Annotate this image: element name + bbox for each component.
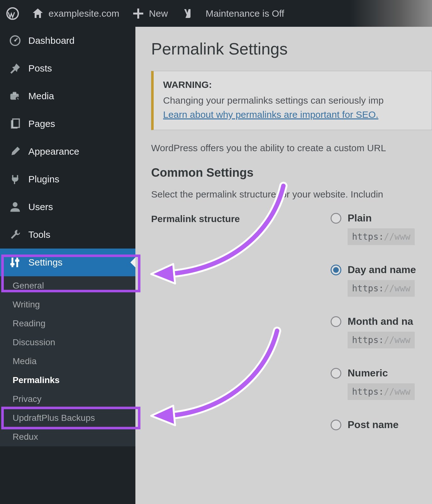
radio-month-name[interactable] — [331, 316, 341, 327]
wrench-icon — [8, 228, 22, 242]
home-icon — [31, 7, 44, 20]
option-plain[interactable]: Plain https://www — [331, 212, 432, 245]
option-day-name[interactable]: Day and name https://www — [331, 264, 432, 297]
url-day-name: https://www — [348, 280, 415, 297]
sidebar-item-settings[interactable]: Settings — [0, 249, 135, 276]
radio-plain[interactable] — [331, 213, 341, 224]
svg-point-10 — [13, 202, 17, 207]
new-label: New — [149, 8, 168, 19]
settings-submenu: General Writing Reading Discussion Media… — [0, 276, 135, 446]
option-month-name[interactable]: Month and na https://www — [331, 316, 432, 348]
warning-title: WARNING: — [163, 79, 422, 90]
sidebar-item-label: Plugins — [28, 174, 59, 185]
site-link[interactable]: examplesite.com — [31, 7, 119, 20]
sliders-icon — [8, 255, 22, 269]
submenu-media[interactable]: Media — [0, 352, 135, 371]
plus-icon — [132, 7, 145, 20]
url-month-name: https://www — [348, 332, 415, 348]
submenu-reading[interactable]: Reading — [0, 314, 135, 333]
sidebar-item-media[interactable]: Media — [0, 82, 135, 110]
structure-label: Permalink structure — [151, 212, 331, 224]
submenu-privacy[interactable]: Privacy — [0, 390, 135, 409]
sidebar-item-label: Posts — [28, 63, 52, 74]
sidebar-item-plugins[interactable]: Plugins — [0, 165, 135, 193]
sidebar-item-label: Appearance — [28, 146, 79, 157]
url-numeric: https://www — [348, 383, 415, 400]
sidebar-item-appearance[interactable]: Appearance — [0, 138, 135, 165]
pages-icon — [8, 117, 22, 131]
svg-rect-11 — [12, 258, 14, 267]
section-title: Common Settings — [151, 166, 432, 180]
option-numeric[interactable]: Numeric https://www — [331, 367, 432, 400]
camera-icon — [8, 89, 22, 103]
user-icon — [8, 200, 22, 214]
svg-rect-13 — [10, 263, 14, 266]
submenu-redux[interactable]: Redux — [0, 427, 135, 446]
sidebar-item-users[interactable]: Users — [0, 193, 135, 221]
svg-rect-14 — [15, 260, 19, 262]
structure-options: Plain https://www Day and name https://w… — [331, 212, 432, 450]
sidebar-item-label: Media — [28, 91, 54, 101]
submenu-general[interactable]: General — [0, 276, 135, 295]
sidebar-item-label: Dashboard — [28, 35, 75, 46]
svg-point-4 — [14, 40, 16, 42]
svg-rect-12 — [16, 258, 18, 267]
svg-rect-9 — [13, 119, 19, 128]
radio-post-name[interactable] — [331, 420, 341, 430]
sidebar-item-label: Settings — [28, 257, 62, 268]
yoast-item[interactable] — [180, 7, 193, 20]
option-post-name[interactable]: Post name — [331, 419, 432, 431]
sidebar-item-label: Users — [28, 202, 53, 212]
page-title: Permalink Settings — [151, 39, 432, 58]
wp-logo[interactable] — [6, 7, 19, 20]
plug-icon — [8, 172, 22, 186]
maintenance-label: Maintenance is Off — [206, 8, 284, 19]
svg-rect-2 — [133, 13, 143, 14]
yoast-icon — [180, 7, 193, 20]
submenu-discussion[interactable]: Discussion — [0, 333, 135, 352]
submenu-writing[interactable]: Writing — [0, 295, 135, 314]
warning-text: Changing your permalinks settings can se… — [163, 93, 422, 122]
brush-icon — [8, 145, 22, 158]
submenu-permalinks[interactable]: Permalinks — [0, 371, 135, 390]
new-content[interactable]: New — [132, 7, 168, 20]
warning-box: WARNING: Changing your permalinks settin… — [151, 71, 432, 130]
dashboard-icon — [8, 34, 22, 48]
url-plain: https://www — [348, 228, 415, 245]
sidebar-item-dashboard[interactable]: Dashboard — [0, 27, 135, 54]
sidebar-item-tools[interactable]: Tools — [0, 221, 135, 249]
radio-day-name[interactable] — [331, 265, 341, 275]
sidebar-item-posts[interactable]: Posts — [0, 54, 135, 82]
radio-numeric[interactable] — [331, 368, 341, 379]
sidebar-item-label: Tools — [28, 229, 50, 240]
permalink-structure-row: Permalink structure Plain https://www Da… — [151, 212, 432, 450]
page-content: Permalink Settings WARNING: Changing you… — [135, 27, 432, 504]
section-subtext: Select the permalink structure for your … — [151, 189, 432, 200]
sidebar-item-pages[interactable]: Pages — [0, 110, 135, 138]
sidebar-item-label: Pages — [28, 118, 55, 129]
submenu-updraftplus[interactable]: UpdraftPlus Backups — [0, 409, 135, 427]
warning-link[interactable]: Learn about why permalinks are important… — [163, 109, 378, 120]
admin-sidebar: Dashboard Posts Media Pages Appearance P… — [0, 27, 135, 504]
adminbar-fade — [350, 0, 432, 27]
maintenance-toggle[interactable]: Maintenance is Off — [206, 8, 284, 19]
svg-rect-6 — [13, 92, 16, 94]
intro-text: WordPress offers you the ability to crea… — [151, 143, 432, 153]
pin-icon — [8, 61, 22, 75]
site-name: examplesite.com — [48, 8, 119, 19]
